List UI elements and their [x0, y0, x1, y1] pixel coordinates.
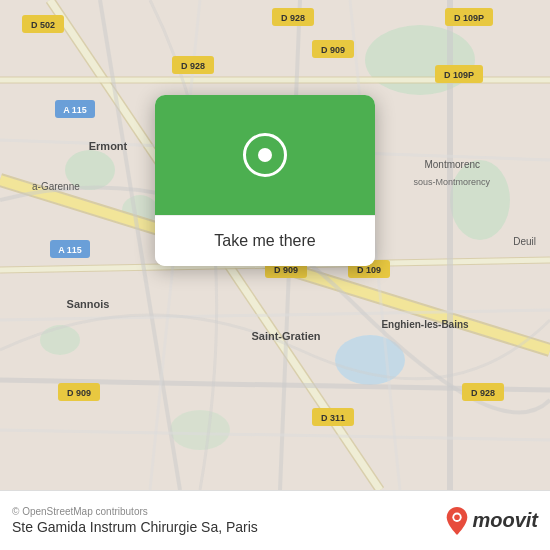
- svg-text:D 311: D 311: [321, 413, 345, 423]
- svg-point-1: [365, 25, 475, 95]
- svg-text:D 909: D 909: [274, 265, 298, 275]
- svg-text:D 928: D 928: [181, 61, 205, 71]
- svg-point-6: [40, 325, 80, 355]
- bottom-left: © OpenStreetMap contributors Ste Gamida …: [12, 506, 258, 535]
- moovit-logo: moovit: [446, 507, 538, 535]
- svg-text:D 928: D 928: [471, 388, 495, 398]
- svg-text:D 109P: D 109P: [454, 13, 484, 23]
- svg-text:a-Garenne: a-Garenne: [32, 181, 80, 192]
- svg-text:Saint-Gratien: Saint-Gratien: [251, 330, 320, 342]
- svg-point-2: [450, 160, 510, 240]
- card-map-preview: [155, 95, 375, 215]
- svg-text:Sannois: Sannois: [67, 298, 110, 310]
- moovit-text: moovit: [472, 509, 538, 532]
- location-pin: [243, 133, 287, 177]
- take-me-there-button[interactable]: Take me there: [155, 215, 375, 266]
- svg-text:sous-Montmorency: sous-Montmorency: [413, 177, 490, 187]
- map-container: D 502 D 928 D 109P D 928 D 909 A 115 D 1…: [0, 0, 550, 490]
- svg-point-60: [455, 514, 461, 520]
- pin-dot: [258, 148, 272, 162]
- svg-text:D 909: D 909: [67, 388, 91, 398]
- svg-text:D 909: D 909: [321, 45, 345, 55]
- copyright-text: © OpenStreetMap contributors: [12, 506, 258, 517]
- svg-text:Enghien-les-Bains: Enghien-les-Bains: [381, 319, 469, 330]
- svg-text:Ermont: Ermont: [89, 140, 128, 152]
- svg-text:Deuil: Deuil: [513, 236, 536, 247]
- svg-text:D 109P: D 109P: [444, 70, 474, 80]
- destination-text: Ste Gamida Instrum Chirurgie Sa, Paris: [12, 519, 258, 535]
- svg-text:D 109: D 109: [357, 265, 381, 275]
- svg-text:D 502: D 502: [31, 20, 55, 30]
- svg-point-7: [170, 410, 230, 450]
- svg-text:D 928: D 928: [281, 13, 305, 23]
- svg-text:A 115: A 115: [63, 105, 87, 115]
- bottom-bar: © OpenStreetMap contributors Ste Gamida …: [0, 490, 550, 550]
- svg-text:A 115: A 115: [58, 245, 82, 255]
- card-overlay: Take me there: [155, 95, 375, 266]
- moovit-pin-icon: [446, 507, 468, 535]
- svg-text:Montmorenc: Montmorenc: [424, 159, 480, 170]
